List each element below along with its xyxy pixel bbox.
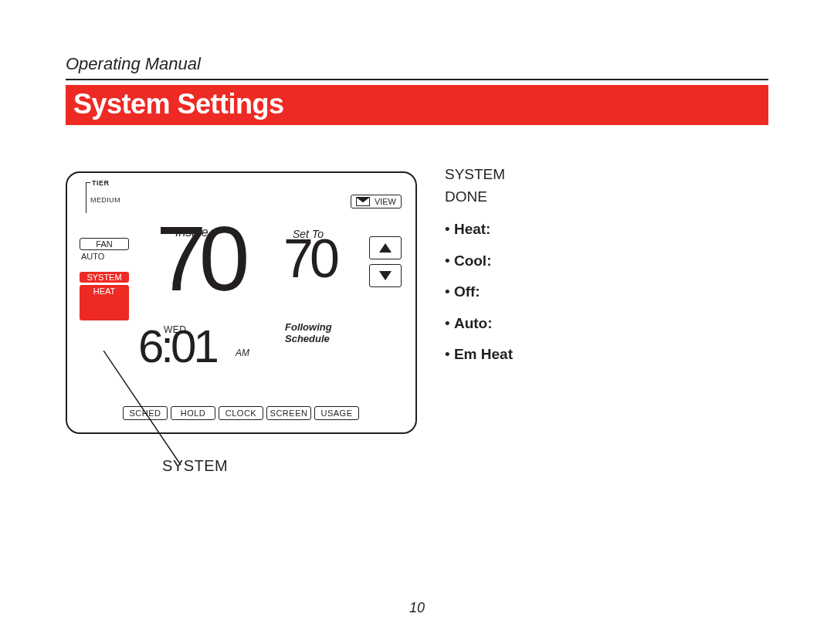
instructions-column: SYSTEM DONE • Heat: • Cool: • Off: • Aut… xyxy=(445,164,513,375)
hold-button[interactable]: HOLD xyxy=(171,406,215,420)
heat-mode-button[interactable]: HEAT xyxy=(80,285,129,320)
mail-icon xyxy=(356,197,370,206)
page-title: System Settings xyxy=(66,85,768,125)
arrow-down-icon xyxy=(379,271,392,280)
view-button[interactable]: VIEW xyxy=(351,195,402,208)
option-cool: Cool: xyxy=(454,253,492,269)
clock-button[interactable]: CLOCK xyxy=(219,406,263,420)
temp-down-button[interactable] xyxy=(369,264,402,287)
thermostat-screen: TIER MEDIUM FAN AUTO SYSTEM HEAT VIEW In… xyxy=(66,171,417,434)
callout-step-label: SYSTEM xyxy=(162,457,228,475)
screen-button[interactable]: SCREEN xyxy=(266,406,311,420)
bottom-button-row: SCHED HOLD CLOCK SCREEN USAGE xyxy=(123,406,359,420)
tier-level: MEDIUM xyxy=(83,196,138,204)
sched-button[interactable]: SCHED xyxy=(123,406,168,420)
doc-title: Operating Manual xyxy=(66,54,768,74)
tier-group: TIER MEDIUM xyxy=(83,179,138,204)
arrow-up-icon xyxy=(379,243,392,253)
usage-button[interactable]: USAGE xyxy=(314,406,359,420)
option-off: Off: xyxy=(454,283,480,300)
fan-mode-label: AUTO xyxy=(80,252,129,261)
clock-time: 6:01 xyxy=(138,320,216,373)
inside-temp: 70 xyxy=(156,213,242,304)
intro-line2: DONE xyxy=(445,188,487,205)
option-em-heat: Em Heat xyxy=(454,346,513,362)
tier-label: TIER xyxy=(83,179,138,187)
ampm-label: AM xyxy=(236,347,249,358)
option-heat: Heat: xyxy=(454,221,491,237)
following-schedule-label: Following Schedule xyxy=(285,322,332,345)
view-label: VIEW xyxy=(375,197,396,206)
option-auto: Auto: xyxy=(454,315,493,331)
page-number: 10 xyxy=(0,600,834,616)
header-rule xyxy=(66,79,768,80)
set-temp: 70 xyxy=(283,232,336,286)
system-button[interactable]: SYSTEM xyxy=(80,272,129,283)
intro-line1: SYSTEM xyxy=(445,166,505,182)
fan-button[interactable]: FAN xyxy=(80,238,129,250)
temp-up-button[interactable] xyxy=(369,236,402,259)
main-content: TIER MEDIUM FAN AUTO SYSTEM HEAT VIEW In… xyxy=(66,171,768,434)
